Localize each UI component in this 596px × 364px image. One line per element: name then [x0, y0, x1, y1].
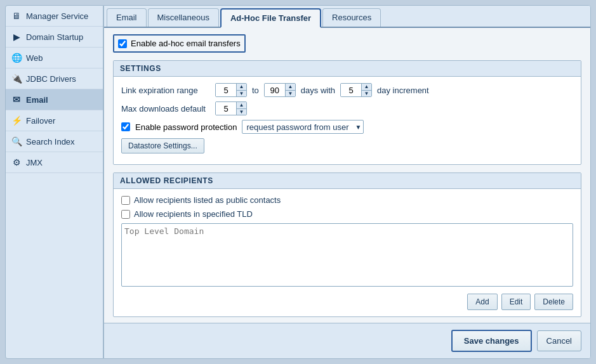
manager-service-icon: 🖥 [11, 10, 22, 22]
enable-adhoc-label: Enable ad-hoc email transfers [131, 39, 241, 48]
footer: Save changes Cancel [104, 323, 590, 358]
link-expiration-from-up[interactable]: ▲ [236, 83, 246, 90]
enable-password-checkbox[interactable] [121, 122, 130, 131]
sidebar-item-failover[interactable]: ⚡ Failover [6, 110, 103, 131]
sidebar-item-label: Domain Startup [26, 32, 83, 42]
sidebar-item-email[interactable]: ✉ Email [6, 89, 103, 110]
web-icon: 🌐 [11, 52, 22, 63]
sidebar-item-web[interactable]: 🌐 Web [6, 48, 103, 68]
tab-adhoc-file-transfer[interactable]: Ad-Hoc File Transfer [220, 8, 321, 28]
link-expiration-from-down[interactable]: ▼ [236, 90, 246, 97]
edit-button[interactable]: Edit [501, 294, 531, 310]
max-downloads-input[interactable]: ▲ ▼ [215, 101, 247, 115]
search-index-icon: 🔍 [11, 136, 22, 147]
link-expiration-to-spinners: ▲ ▼ [285, 83, 295, 97]
max-downloads-field[interactable] [216, 102, 236, 115]
specified-tld-label: Allow recipients in specified TLD [134, 209, 253, 219]
sidebar-item-search-index[interactable]: 🔍 Search Index [6, 131, 103, 152]
increment-field[interactable] [341, 84, 361, 96]
tab-email[interactable]: Email [107, 8, 147, 27]
sidebar-item-label: JMX [26, 158, 43, 167]
public-contacts-row: Allow recipients listed as public contac… [121, 195, 573, 205]
link-expiration-to-up[interactable]: ▲ [285, 83, 295, 90]
tab-bar: Email Miscellaneous Ad-Hoc File Transfer… [104, 6, 590, 28]
link-expiration-label: Link expiration range [121, 86, 210, 95]
tld-textarea[interactable] [121, 223, 573, 287]
link-expiration-to-down[interactable]: ▼ [285, 90, 295, 97]
enable-adhoc-checkbox[interactable] [118, 39, 127, 48]
allowed-recipients-section: ALLOWED RECIPIENTS Allow recipients list… [113, 172, 581, 317]
max-downloads-row: Max downloads default ▲ ▼ [121, 101, 573, 115]
to-label: to [252, 86, 259, 95]
max-downloads-down[interactable]: ▼ [236, 108, 246, 115]
sidebar-item-label: Email [26, 95, 48, 105]
public-contacts-checkbox[interactable] [121, 196, 130, 205]
save-changes-button[interactable]: Save changes [451, 330, 532, 352]
sidebar-item-jmx[interactable]: ⚙ JMX [6, 152, 103, 173]
jdbc-icon: 🔌 [11, 73, 22, 84]
allowed-recipients-body: Allow recipients listed as public contac… [114, 189, 581, 316]
settings-header: SETTINGS [114, 61, 581, 77]
max-downloads-spinners: ▲ ▼ [236, 101, 246, 115]
specified-tld-row: Allow recipients in specified TLD [121, 209, 573, 219]
sidebar-item-label: Web [26, 53, 43, 63]
sidebar-item-label: JDBC Drivers [26, 74, 76, 84]
recipient-actions: Add Edit Delete [121, 294, 573, 310]
failover-icon: ⚡ [11, 115, 22, 126]
link-expiration-from-field[interactable] [216, 84, 236, 96]
link-expiration-to-input[interactable]: ▲ ▼ [264, 83, 296, 97]
public-contacts-label: Allow recipients listed as public contac… [134, 195, 281, 205]
increment-down[interactable]: ▼ [361, 90, 371, 97]
max-downloads-label: Max downloads default [121, 104, 210, 114]
tab-resources[interactable]: Resources [322, 8, 381, 27]
link-expiration-to-field[interactable] [265, 84, 285, 96]
email-icon: ✉ [11, 94, 22, 105]
sidebar-item-label: Manager Service [26, 11, 88, 21]
enable-password-label: Enable password protection [135, 122, 237, 132]
domain-startup-icon: ▶ [11, 31, 22, 42]
password-option-select[interactable]: request password from user set password … [242, 120, 364, 134]
link-expiration-from-spinners: ▲ ▼ [236, 83, 246, 97]
allowed-recipients-header: ALLOWED RECIPIENTS [114, 173, 581, 189]
tab-miscellaneous[interactable]: Miscellaneous [148, 8, 219, 27]
increment-up[interactable]: ▲ [361, 83, 371, 90]
link-expiration-from-input[interactable]: ▲ ▼ [215, 83, 247, 97]
password-option-wrap: request password from user set password … [242, 120, 364, 134]
settings-section: SETTINGS Link expiration range ▲ ▼ to [113, 60, 581, 165]
jmx-icon: ⚙ [11, 157, 22, 168]
datastore-row: Datastore Settings... [121, 138, 573, 153]
add-button[interactable]: Add [467, 294, 497, 310]
content-area: Enable ad-hoc email transfers SETTINGS L… [104, 28, 590, 323]
specified-tld-checkbox[interactable] [121, 210, 130, 219]
main-panel: Email Miscellaneous Ad-Hoc File Transfer… [103, 5, 591, 359]
sidebar-item-manager-service[interactable]: 🖥 Manager Service [6, 6, 103, 27]
increment-spinners: ▲ ▼ [361, 83, 371, 97]
password-protection-row: Enable password protection request passw… [121, 120, 573, 134]
days-with-label: days with [301, 86, 335, 95]
max-downloads-up[interactable]: ▲ [236, 101, 246, 108]
sidebar: 🖥 Manager Service ▶ Domain Startup 🌐 Web… [5, 5, 103, 359]
cancel-button[interactable]: Cancel [537, 330, 581, 351]
datastore-settings-button[interactable]: Datastore Settings... [121, 138, 204, 153]
increment-input[interactable]: ▲ ▼ [340, 83, 372, 97]
sidebar-item-domain-startup[interactable]: ▶ Domain Startup [6, 27, 103, 48]
sidebar-item-label: Failover [26, 116, 55, 126]
settings-body: Link expiration range ▲ ▼ to [114, 77, 581, 164]
delete-button[interactable]: Delete [534, 294, 573, 310]
link-expiration-row: Link expiration range ▲ ▼ to [121, 83, 573, 97]
enable-adhoc-row: Enable ad-hoc email transfers [113, 34, 246, 53]
sidebar-item-label: Search Index [26, 137, 75, 146]
day-increment-label: day increment [377, 86, 429, 95]
sidebar-item-jdbc-drivers[interactable]: 🔌 JDBC Drivers [6, 68, 103, 89]
